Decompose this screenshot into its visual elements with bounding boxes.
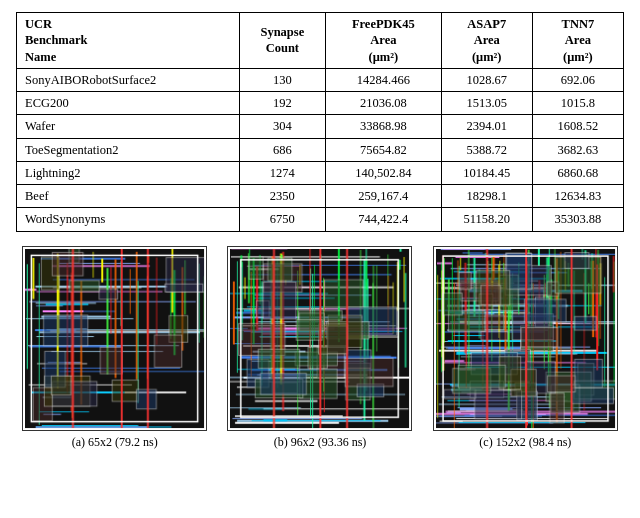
cell-name: Beef	[17, 185, 240, 208]
cell-name: ECG200	[17, 92, 240, 115]
chip-canvas-c	[433, 246, 618, 431]
cell-asap7: 1028.67	[441, 68, 532, 91]
table-row: ECG200 192 21036.08 1513.05 1015.8	[17, 92, 624, 115]
cell-freepdk45: 744,422.4	[326, 208, 442, 231]
cell-tnn7: 3682.63	[532, 138, 623, 161]
cell-synapse: 686	[239, 138, 325, 161]
cell-name: WordSynonyms	[17, 208, 240, 231]
header-tnn7: TNN7Area(μm²)	[532, 13, 623, 69]
cell-name: SonyAIBORobotSurface2	[17, 68, 240, 91]
cell-asap7: 18298.1	[441, 185, 532, 208]
chip-canvas-a	[22, 246, 207, 431]
header-freepdk45: FreePDK45Area(μm²)	[326, 13, 442, 69]
cell-name: ToeSegmentation2	[17, 138, 240, 161]
data-table-section: UCRBenchmarkName SynapseCount FreePDK45A…	[16, 12, 624, 232]
cell-freepdk45: 259,167.4	[326, 185, 442, 208]
table-row: Lightning2 1274 140,502.84 10184.45 6860…	[17, 161, 624, 184]
table-row: SonyAIBORobotSurface2 130 14284.466 1028…	[17, 68, 624, 91]
cell-freepdk45: 21036.08	[326, 92, 442, 115]
table-row: ToeSegmentation2 686 75654.82 5388.72 36…	[17, 138, 624, 161]
benchmark-table: UCRBenchmarkName SynapseCount FreePDK45A…	[16, 12, 624, 232]
cell-asap7: 10184.45	[441, 161, 532, 184]
cell-asap7: 51158.20	[441, 208, 532, 231]
cell-name: Lightning2	[17, 161, 240, 184]
chip-label-b: (b) 96x2 (93.36 ns)	[274, 435, 367, 450]
header-name: UCRBenchmarkName	[17, 13, 240, 69]
header-synapse: SynapseCount	[239, 13, 325, 69]
cell-freepdk45: 14284.466	[326, 68, 442, 91]
cell-synapse: 1274	[239, 161, 325, 184]
table-row: Beef 2350 259,167.4 18298.1 12634.83	[17, 185, 624, 208]
header-asap7: ASAP7Area(μm²)	[441, 13, 532, 69]
cell-freepdk45: 140,502.84	[326, 161, 442, 184]
cell-freepdk45: 33868.98	[326, 115, 442, 138]
cell-name: Wafer	[17, 115, 240, 138]
cell-tnn7: 1608.52	[532, 115, 623, 138]
chip-image-a: (a) 65x2 (79.2 ns)	[16, 246, 213, 450]
cell-synapse: 130	[239, 68, 325, 91]
table-row: Wafer 304 33868.98 2394.01 1608.52	[17, 115, 624, 138]
cell-synapse: 192	[239, 92, 325, 115]
cell-synapse: 304	[239, 115, 325, 138]
table-row: WordSynonyms 6750 744,422.4 51158.20 353…	[17, 208, 624, 231]
cell-synapse: 6750	[239, 208, 325, 231]
cell-tnn7: 35303.88	[532, 208, 623, 231]
table-header-row: UCRBenchmarkName SynapseCount FreePDK45A…	[17, 13, 624, 69]
cell-asap7: 1513.05	[441, 92, 532, 115]
chip-image-b: (b) 96x2 (93.36 ns)	[221, 246, 418, 450]
chip-images-section: (a) 65x2 (79.2 ns) (b) 96x2 (93.36 ns) (…	[16, 246, 624, 456]
chip-label-c: (c) 152x2 (98.4 ns)	[479, 435, 571, 450]
chip-label-a: (a) 65x2 (79.2 ns)	[72, 435, 158, 450]
chip-canvas-b	[227, 246, 412, 431]
cell-tnn7: 1015.8	[532, 92, 623, 115]
cell-asap7: 5388.72	[441, 138, 532, 161]
chip-image-c: (c) 152x2 (98.4 ns)	[427, 246, 624, 450]
cell-asap7: 2394.01	[441, 115, 532, 138]
cell-tnn7: 12634.83	[532, 185, 623, 208]
chip-images-row: (a) 65x2 (79.2 ns) (b) 96x2 (93.36 ns) (…	[16, 246, 624, 450]
cell-synapse: 2350	[239, 185, 325, 208]
cell-tnn7: 692.06	[532, 68, 623, 91]
cell-freepdk45: 75654.82	[326, 138, 442, 161]
cell-tnn7: 6860.68	[532, 161, 623, 184]
